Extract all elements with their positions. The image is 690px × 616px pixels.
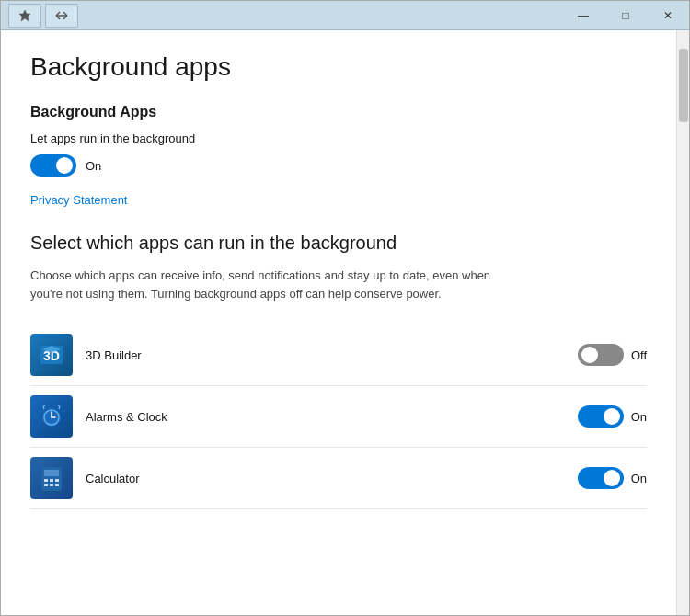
close-button[interactable]: ✕ [647, 1, 689, 30]
alarms-clock-svg [37, 402, 66, 431]
app-row-3d-builder: 3D 3D Builder Off [30, 325, 647, 386]
app-toggle-3d-builder[interactable] [578, 344, 624, 366]
app-list: 3D 3D Builder Off [30, 325, 647, 509]
svg-rect-16 [55, 479, 59, 482]
main-background-toggle[interactable] [30, 154, 76, 177]
resize-icon [55, 11, 68, 20]
content-area: Background apps Background Apps Let apps… [1, 30, 689, 615]
svg-rect-14 [44, 479, 48, 482]
titlebar-center-buttons [8, 4, 78, 28]
svg-rect-13 [44, 470, 59, 476]
app-name-calculator: Calculator [86, 472, 578, 485]
app-toggle-label-calculator: On [631, 472, 647, 485]
titlebar-window-controls: — □ ✕ [562, 1, 689, 29]
app-icon-3d-builder: 3D [30, 334, 73, 376]
svg-rect-19 [55, 484, 59, 486]
svg-rect-18 [50, 484, 53, 486]
3d-builder-svg: 3D [37, 340, 66, 370]
maximize-button[interactable]: □ [604, 1, 647, 30]
toggle-thumb-alarms-clock [604, 408, 620, 425]
main-toggle-row: On [30, 154, 647, 177]
section2-heading: Select which apps can run in the backgro… [30, 233, 647, 254]
svg-marker-0 [19, 10, 30, 21]
main-content: Background apps Background Apps Let apps… [1, 30, 676, 615]
minimize-button[interactable]: — [562, 1, 604, 30]
app-row-calculator: Calculator On [30, 448, 647, 509]
section1-toggle-label: Let apps run in the background [30, 131, 647, 145]
app-icon-alarms-clock [30, 395, 73, 438]
svg-rect-17 [44, 484, 48, 486]
app-row-alarms-clock: Alarms & Clock On [30, 386, 647, 448]
scrollbar[interactable] [676, 30, 689, 615]
calculator-svg [37, 463, 66, 493]
window: — □ ✕ Background apps Background Apps Le… [0, 0, 690, 616]
app-toggle-row-alarms-clock: On [578, 405, 647, 428]
titlebar-icon-btn-1[interactable] [8, 4, 41, 28]
toggle-thumb-3d-builder [581, 347, 598, 363]
titlebar: — □ ✕ [1, 1, 689, 30]
app-name-3d-builder: 3D Builder [86, 348, 578, 362]
section1-heading: Background Apps [30, 104, 647, 120]
app-toggle-calculator[interactable] [578, 467, 624, 489]
section2-description: Choose which apps can receive info, send… [30, 267, 509, 302]
toggle-thumb [56, 157, 73, 174]
app-toggle-row-3d-builder: Off [578, 344, 647, 366]
scrollbar-thumb[interactable] [679, 49, 688, 122]
app-icon-calculator [30, 457, 73, 499]
app-toggle-label-alarms-clock: On [631, 410, 647, 424]
main-toggle-state-label: On [86, 159, 101, 173]
svg-rect-15 [50, 479, 53, 482]
app-toggle-label-3d-builder: Off [631, 348, 647, 362]
toggle-thumb-calculator [604, 470, 620, 486]
app-name-alarms-clock: Alarms & Clock [86, 410, 578, 424]
page-title: Background apps [30, 52, 647, 82]
app-toggle-alarms-clock[interactable] [578, 405, 624, 428]
privacy-statement-link[interactable]: Privacy Statement [30, 193, 128, 207]
pin-icon [18, 9, 31, 22]
titlebar-icon-btn-2[interactable] [45, 4, 78, 28]
app-toggle-row-calculator: On [578, 467, 647, 489]
